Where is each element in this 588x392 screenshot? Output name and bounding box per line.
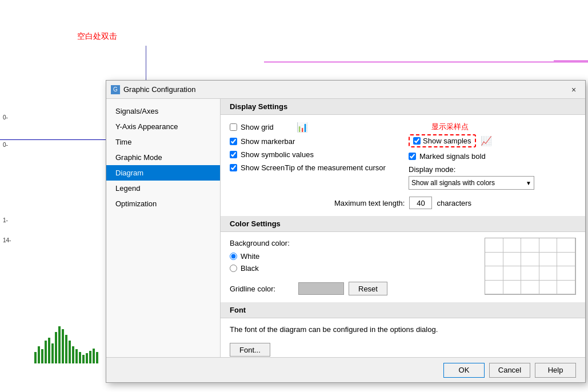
grid-cell [539, 266, 558, 281]
show-samples-checkbox[interactable] [413, 137, 421, 145]
axis-label: 14- [3, 237, 11, 243]
marked-signals-row: Marked signals bold [409, 152, 576, 161]
nav-item-graphic-mode[interactable]: Graphic Mode [106, 150, 220, 165]
grid-cell [521, 253, 539, 267]
show-symbolic-label: Show symbolic values [241, 150, 314, 159]
svg-rect-3 [45, 341, 47, 363]
svg-rect-2 [41, 349, 43, 363]
show-samples-highlight: Show samples [409, 134, 476, 147]
svg-rect-18 [96, 352, 98, 363]
dropdown-arrow-icon: ▼ [526, 180, 531, 186]
nav-item-y-axis[interactable]: Y-Axis Appearance [106, 119, 220, 134]
graphic-configuration-dialog: G Graphic Configuration × Signals/Axes Y… [106, 80, 586, 383]
axis-label: 1- [3, 217, 8, 223]
bg-black-label: Black [241, 264, 259, 273]
max-text-input[interactable] [409, 197, 432, 209]
grid-cell [557, 266, 575, 281]
svg-rect-7 [58, 326, 61, 363]
grid-cell [521, 238, 539, 253]
grid-cell [539, 238, 558, 253]
bg-black-row: Black [230, 264, 290, 273]
show-symbolic-row: Show symbolic values [230, 150, 397, 159]
close-button[interactable]: × [567, 83, 581, 96]
marked-signals-label: Marked signals bold [419, 152, 486, 161]
grid-cell [503, 253, 522, 267]
text-length-row: Maximum text length: characters [230, 197, 576, 209]
color-settings-content: Background color: White Black [221, 232, 585, 302]
chinese-samples-annotation: 显示采样点 [431, 122, 576, 132]
font-button[interactable]: Font... [230, 343, 270, 357]
display-right-col: 显示采样点 Show samples 📈 Marked [409, 122, 576, 190]
display-settings-content: Show grid 📊 Show markerbar Show symbolic… [221, 115, 585, 216]
svg-rect-17 [93, 349, 95, 363]
waveform-svg [33, 323, 107, 366]
grid-cell [503, 266, 522, 281]
ok-button[interactable]: OK [443, 363, 485, 378]
show-screentip-checkbox[interactable] [230, 164, 237, 171]
show-screentip-label: Show ScreenTip of the measurement cursor [241, 163, 386, 172]
nav-item-legend[interactable]: Legend [106, 181, 220, 196]
show-grid-row: Show grid 📊 [230, 122, 397, 133]
show-grid-checkbox[interactable] [230, 123, 237, 131]
grid-cell [521, 281, 539, 295]
show-symbolic-checkbox[interactable] [230, 151, 237, 158]
grid-cell [539, 281, 558, 295]
axis-label: 0- [3, 114, 8, 121]
show-markerbar-label: Show markerbar [241, 137, 295, 146]
gridline-color-swatch[interactable] [298, 282, 344, 295]
svg-rect-4 [48, 338, 50, 363]
svg-rect-0 [34, 352, 37, 363]
display-settings-two-col: Show grid 📊 Show markerbar Show symbolic… [230, 122, 576, 190]
grid-preview-inner [485, 238, 575, 294]
nav-item-time[interactable]: Time [106, 134, 220, 150]
svg-rect-9 [65, 335, 67, 363]
svg-rect-11 [72, 346, 74, 363]
svg-rect-10 [69, 341, 71, 363]
bg-white-label: White [241, 252, 259, 261]
grid-cell [485, 253, 503, 267]
nav-panel: Signals/Axes Y-Axis Appearance Time Grap… [106, 99, 221, 357]
grid-cell [557, 281, 575, 295]
font-description: The font of the diagram can be configure… [230, 325, 576, 334]
axis-label: 0- [3, 142, 8, 148]
grid-cell [521, 266, 539, 281]
nav-item-optimization[interactable]: Optimization [106, 196, 220, 211]
cancel-button[interactable]: Cancel [489, 363, 530, 378]
chart-icon2: 📈 [481, 135, 492, 146]
bg-magenta-line [264, 62, 588, 62]
font-section-header: Font [221, 302, 585, 318]
grid-cell [503, 281, 522, 295]
display-mode-dropdown[interactable]: Show all signals with colors ▼ [409, 176, 534, 190]
chart-icon: 📊 [297, 122, 308, 133]
dialog-title: Graphic Configuration [123, 85, 567, 94]
reset-button[interactable]: Reset [349, 282, 387, 295]
characters-label: characters [437, 199, 471, 207]
show-screentip-row: Show ScreenTip of the measurement cursor [230, 163, 397, 172]
help-button[interactable]: Help [535, 363, 576, 378]
show-markerbar-checkbox[interactable] [230, 138, 237, 145]
svg-rect-13 [79, 352, 81, 363]
bg-black-radio[interactable] [230, 265, 237, 272]
display-mode-value: Show all signals with colors [411, 179, 495, 187]
max-text-label: Maximum text length: [334, 199, 405, 207]
grid-cell [485, 238, 503, 253]
bg-white-radio[interactable] [230, 253, 237, 260]
marked-signals-checkbox[interactable] [409, 153, 416, 160]
gridline-color-label: Gridline color: [230, 285, 298, 293]
svg-rect-14 [82, 355, 85, 363]
color-settings-header: Color Settings [221, 216, 585, 232]
grid-preview [485, 238, 576, 295]
dialog-titlebar: G Graphic Configuration × [106, 81, 585, 99]
grid-cell [539, 253, 558, 267]
grid-cell [485, 281, 503, 295]
svg-rect-6 [55, 332, 57, 363]
content-panel: Display Settings Show grid 📊 [221, 99, 585, 357]
grid-cell [557, 238, 575, 253]
display-mode-section: Display mode: Show all signals with colo… [409, 165, 576, 190]
nav-item-signals-axes[interactable]: Signals/Axes [106, 103, 220, 119]
bg-blue-line [0, 139, 106, 140]
display-settings-header: Display Settings [221, 99, 585, 115]
grid-cell [503, 238, 522, 253]
nav-item-diagram[interactable]: Diagram [106, 165, 220, 181]
show-grid-label: Show grid [241, 123, 274, 131]
